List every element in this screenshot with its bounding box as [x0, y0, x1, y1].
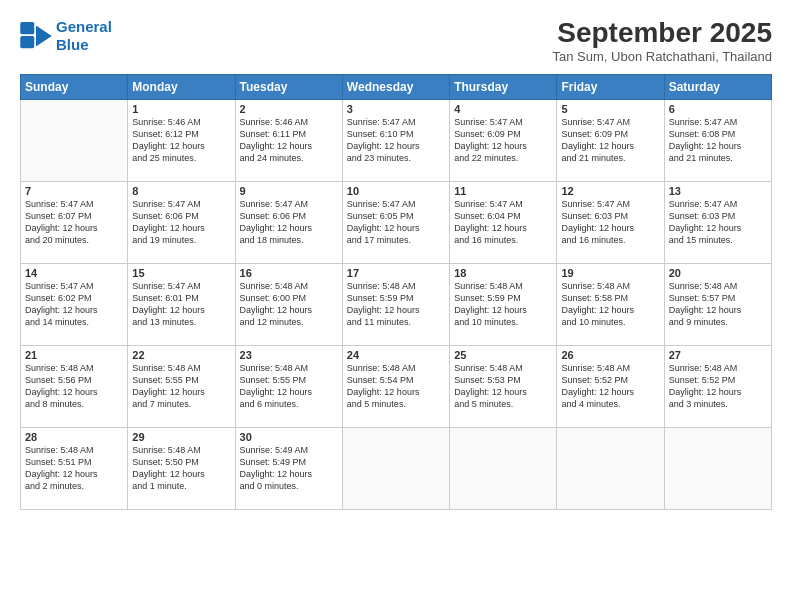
calendar-week-row: 1Sunrise: 5:46 AM Sunset: 6:12 PM Daylig…	[21, 99, 772, 181]
table-row	[342, 427, 449, 509]
day-number: 1	[132, 103, 230, 115]
day-info: Sunrise: 5:47 AM Sunset: 6:03 PM Dayligh…	[669, 198, 767, 247]
table-row: 30Sunrise: 5:49 AM Sunset: 5:49 PM Dayli…	[235, 427, 342, 509]
table-row: 18Sunrise: 5:48 AM Sunset: 5:59 PM Dayli…	[450, 263, 557, 345]
day-number: 13	[669, 185, 767, 197]
col-monday: Monday	[128, 74, 235, 99]
day-info: Sunrise: 5:48 AM Sunset: 5:54 PM Dayligh…	[347, 362, 445, 411]
month-title: September 2025	[553, 18, 772, 49]
table-row: 20Sunrise: 5:48 AM Sunset: 5:57 PM Dayli…	[664, 263, 771, 345]
day-info: Sunrise: 5:49 AM Sunset: 5:49 PM Dayligh…	[240, 444, 338, 493]
table-row: 23Sunrise: 5:48 AM Sunset: 5:55 PM Dayli…	[235, 345, 342, 427]
day-number: 8	[132, 185, 230, 197]
table-row: 3Sunrise: 5:47 AM Sunset: 6:10 PM Daylig…	[342, 99, 449, 181]
day-number: 19	[561, 267, 659, 279]
table-row: 8Sunrise: 5:47 AM Sunset: 6:06 PM Daylig…	[128, 181, 235, 263]
calendar-week-row: 21Sunrise: 5:48 AM Sunset: 5:56 PM Dayli…	[21, 345, 772, 427]
table-row	[21, 99, 128, 181]
day-number: 12	[561, 185, 659, 197]
day-info: Sunrise: 5:47 AM Sunset: 6:09 PM Dayligh…	[561, 116, 659, 165]
day-info: Sunrise: 5:47 AM Sunset: 6:10 PM Dayligh…	[347, 116, 445, 165]
day-number: 5	[561, 103, 659, 115]
day-number: 20	[669, 267, 767, 279]
day-info: Sunrise: 5:47 AM Sunset: 6:06 PM Dayligh…	[240, 198, 338, 247]
day-info: Sunrise: 5:47 AM Sunset: 6:03 PM Dayligh…	[561, 198, 659, 247]
table-row: 28Sunrise: 5:48 AM Sunset: 5:51 PM Dayli…	[21, 427, 128, 509]
day-info: Sunrise: 5:47 AM Sunset: 6:07 PM Dayligh…	[25, 198, 123, 247]
day-number: 10	[347, 185, 445, 197]
svg-rect-1	[20, 36, 34, 48]
day-info: Sunrise: 5:48 AM Sunset: 5:56 PM Dayligh…	[25, 362, 123, 411]
day-number: 30	[240, 431, 338, 443]
table-row: 19Sunrise: 5:48 AM Sunset: 5:58 PM Dayli…	[557, 263, 664, 345]
table-row: 22Sunrise: 5:48 AM Sunset: 5:55 PM Dayli…	[128, 345, 235, 427]
logo-text: General Blue	[56, 18, 112, 54]
day-number: 11	[454, 185, 552, 197]
table-row: 15Sunrise: 5:47 AM Sunset: 6:01 PM Dayli…	[128, 263, 235, 345]
logo-line2: Blue	[56, 36, 89, 53]
calendar-week-row: 7Sunrise: 5:47 AM Sunset: 6:07 PM Daylig…	[21, 181, 772, 263]
day-info: Sunrise: 5:48 AM Sunset: 5:59 PM Dayligh…	[347, 280, 445, 329]
table-row: 29Sunrise: 5:48 AM Sunset: 5:50 PM Dayli…	[128, 427, 235, 509]
table-row: 14Sunrise: 5:47 AM Sunset: 6:02 PM Dayli…	[21, 263, 128, 345]
day-info: Sunrise: 5:48 AM Sunset: 5:52 PM Dayligh…	[669, 362, 767, 411]
day-number: 16	[240, 267, 338, 279]
day-number: 26	[561, 349, 659, 361]
day-info: Sunrise: 5:47 AM Sunset: 6:08 PM Dayligh…	[669, 116, 767, 165]
logo-icon	[20, 22, 52, 50]
calendar-table: Sunday Monday Tuesday Wednesday Thursday…	[20, 74, 772, 510]
day-number: 25	[454, 349, 552, 361]
table-row: 10Sunrise: 5:47 AM Sunset: 6:05 PM Dayli…	[342, 181, 449, 263]
day-info: Sunrise: 5:48 AM Sunset: 5:51 PM Dayligh…	[25, 444, 123, 493]
day-number: 22	[132, 349, 230, 361]
col-tuesday: Tuesday	[235, 74, 342, 99]
logo-line1: General	[56, 18, 112, 35]
day-info: Sunrise: 5:48 AM Sunset: 5:57 PM Dayligh…	[669, 280, 767, 329]
day-info: Sunrise: 5:48 AM Sunset: 5:55 PM Dayligh…	[240, 362, 338, 411]
table-row: 16Sunrise: 5:48 AM Sunset: 6:00 PM Dayli…	[235, 263, 342, 345]
day-number: 2	[240, 103, 338, 115]
day-number: 15	[132, 267, 230, 279]
calendar-week-row: 28Sunrise: 5:48 AM Sunset: 5:51 PM Dayli…	[21, 427, 772, 509]
table-row: 9Sunrise: 5:47 AM Sunset: 6:06 PM Daylig…	[235, 181, 342, 263]
day-number: 28	[25, 431, 123, 443]
col-wednesday: Wednesday	[342, 74, 449, 99]
table-row	[450, 427, 557, 509]
calendar-week-row: 14Sunrise: 5:47 AM Sunset: 6:02 PM Dayli…	[21, 263, 772, 345]
day-info: Sunrise: 5:48 AM Sunset: 6:00 PM Dayligh…	[240, 280, 338, 329]
day-number: 6	[669, 103, 767, 115]
day-info: Sunrise: 5:47 AM Sunset: 6:04 PM Dayligh…	[454, 198, 552, 247]
table-row: 26Sunrise: 5:48 AM Sunset: 5:52 PM Dayli…	[557, 345, 664, 427]
day-info: Sunrise: 5:47 AM Sunset: 6:05 PM Dayligh…	[347, 198, 445, 247]
day-number: 3	[347, 103, 445, 115]
table-row: 25Sunrise: 5:48 AM Sunset: 5:53 PM Dayli…	[450, 345, 557, 427]
day-info: Sunrise: 5:48 AM Sunset: 5:52 PM Dayligh…	[561, 362, 659, 411]
table-row: 4Sunrise: 5:47 AM Sunset: 6:09 PM Daylig…	[450, 99, 557, 181]
table-row: 5Sunrise: 5:47 AM Sunset: 6:09 PM Daylig…	[557, 99, 664, 181]
day-info: Sunrise: 5:48 AM Sunset: 5:53 PM Dayligh…	[454, 362, 552, 411]
table-row: 24Sunrise: 5:48 AM Sunset: 5:54 PM Dayli…	[342, 345, 449, 427]
svg-rect-0	[20, 22, 34, 34]
table-row: 17Sunrise: 5:48 AM Sunset: 5:59 PM Dayli…	[342, 263, 449, 345]
day-info: Sunrise: 5:47 AM Sunset: 6:01 PM Dayligh…	[132, 280, 230, 329]
day-number: 7	[25, 185, 123, 197]
day-info: Sunrise: 5:46 AM Sunset: 6:11 PM Dayligh…	[240, 116, 338, 165]
location-subtitle: Tan Sum, Ubon Ratchathani, Thailand	[553, 49, 772, 64]
table-row: 6Sunrise: 5:47 AM Sunset: 6:08 PM Daylig…	[664, 99, 771, 181]
table-row	[557, 427, 664, 509]
col-friday: Friday	[557, 74, 664, 99]
day-number: 17	[347, 267, 445, 279]
day-info: Sunrise: 5:47 AM Sunset: 6:09 PM Dayligh…	[454, 116, 552, 165]
day-number: 14	[25, 267, 123, 279]
table-row: 13Sunrise: 5:47 AM Sunset: 6:03 PM Dayli…	[664, 181, 771, 263]
day-info: Sunrise: 5:48 AM Sunset: 5:55 PM Dayligh…	[132, 362, 230, 411]
calendar-header-row: Sunday Monday Tuesday Wednesday Thursday…	[21, 74, 772, 99]
header: General Blue September 2025 Tan Sum, Ubo…	[20, 18, 772, 64]
title-block: September 2025 Tan Sum, Ubon Ratchathani…	[553, 18, 772, 64]
day-info: Sunrise: 5:48 AM Sunset: 5:50 PM Dayligh…	[132, 444, 230, 493]
day-number: 23	[240, 349, 338, 361]
day-info: Sunrise: 5:47 AM Sunset: 6:06 PM Dayligh…	[132, 198, 230, 247]
day-number: 9	[240, 185, 338, 197]
day-info: Sunrise: 5:47 AM Sunset: 6:02 PM Dayligh…	[25, 280, 123, 329]
day-number: 18	[454, 267, 552, 279]
